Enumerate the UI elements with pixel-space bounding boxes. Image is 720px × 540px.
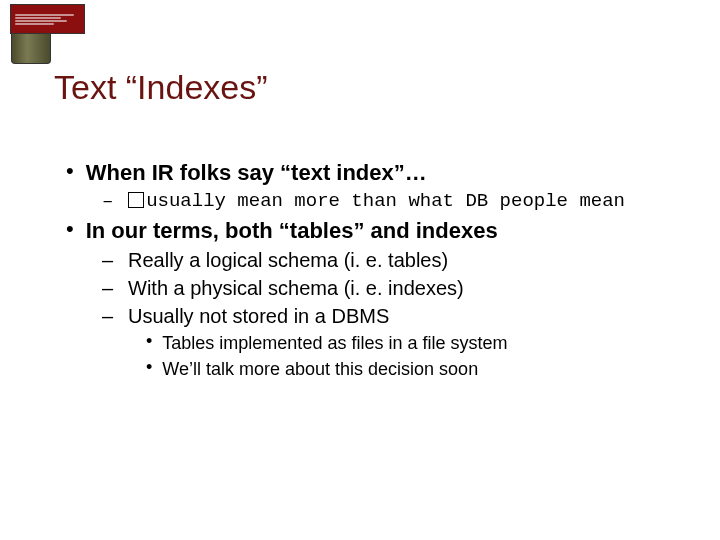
- logo-top: [10, 4, 85, 34]
- bullet-level-1: • When IR folks say “text index”…: [66, 158, 686, 188]
- logo-line: [15, 17, 61, 19]
- bullet-level-2: – usually mean more than what DB people …: [102, 188, 686, 215]
- bullet-2-sub-1: Really a logical schema (i. e. tables): [128, 246, 448, 274]
- dash-icon: –: [102, 274, 116, 302]
- dash-icon: –: [102, 246, 116, 274]
- logo-bottom: [11, 34, 51, 64]
- logo-line: [15, 20, 67, 22]
- dash-icon: –: [102, 188, 116, 215]
- bullet-2-sub-3: Usually not stored in a DBMS: [128, 302, 389, 330]
- bullet-level-1: • In our terms, both “tables” and indexe…: [66, 216, 686, 246]
- bullet-level-2: – Really a logical schema (i. e. tables): [102, 246, 686, 274]
- bullet-1-sub-1-text: usually mean more than what DB people me…: [146, 190, 625, 212]
- logo-line: [15, 14, 74, 16]
- bullet-2-sub-2: With a physical schema (i. e. indexes): [128, 274, 464, 302]
- bullet-1-sub-1: usually mean more than what DB people me…: [128, 188, 625, 215]
- bullet-1-text: When IR folks say “text index”…: [86, 158, 427, 188]
- bullet-2-sub3-2: We’ll talk more about this decision soon: [162, 356, 478, 382]
- bullet-dot-icon: •: [66, 156, 74, 186]
- logo-line: [15, 23, 54, 25]
- bullet-dot-icon: •: [146, 354, 152, 380]
- logo: [10, 4, 85, 64]
- bullet-level-3: • Tables implemented as files in a file …: [146, 330, 686, 356]
- bullet-level-2: – With a physical schema (i. e. indexes): [102, 274, 686, 302]
- slide-title: Text “Indexes”: [54, 68, 268, 107]
- bullet-level-3: • We’ll talk more about this decision so…: [146, 356, 686, 382]
- missing-glyph-icon: [128, 192, 144, 208]
- bullet-dot-icon: •: [146, 328, 152, 354]
- dash-icon: –: [102, 302, 116, 330]
- bullet-2-text: In our terms, both “tables” and indexes: [86, 216, 498, 246]
- slide-body: • When IR folks say “text index”… – usua…: [66, 156, 686, 382]
- slide: Text “Indexes” • When IR folks say “text…: [0, 0, 720, 540]
- bullet-dot-icon: •: [66, 214, 74, 244]
- bullet-level-2: – Usually not stored in a DBMS: [102, 302, 686, 330]
- bullet-2-sub3-1: Tables implemented as files in a file sy…: [162, 330, 507, 356]
